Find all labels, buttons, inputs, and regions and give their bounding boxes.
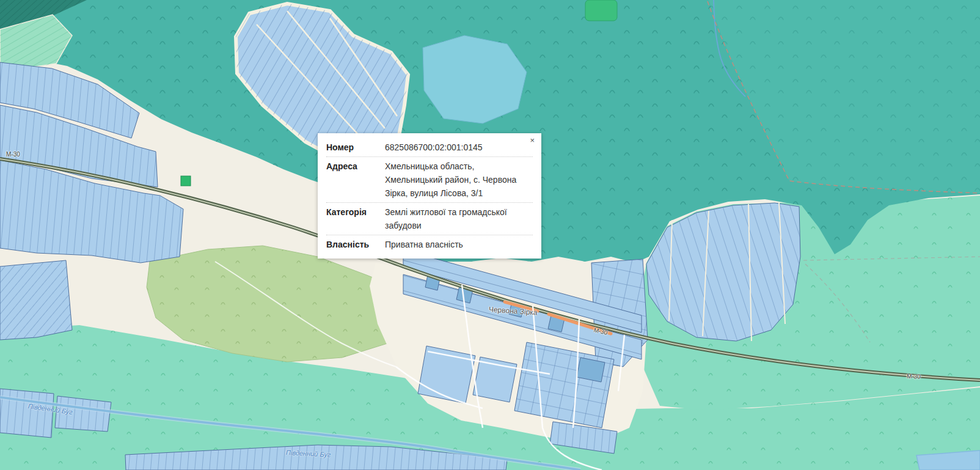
green-clearing: [585, 0, 617, 21]
map-canvas[interactable]: М-30 М-30 М-30 Південний Буг Південний Б…: [0, 0, 980, 470]
field-label-ownership: Власність: [326, 238, 385, 251]
parcel-info-popup: × Номер 6825086700:02:001:0145 Адреса Хм…: [318, 133, 541, 259]
road-label-m30-left: М-30: [6, 151, 20, 158]
popup-row-number: Номер 6825086700:02:001:0145: [318, 138, 541, 156]
popup-row-category: Категорія Землі житлової та громадської …: [318, 203, 541, 235]
close-icon[interactable]: ×: [528, 134, 536, 147]
field-value-category: Землі житлової та громадської забудови: [385, 205, 528, 232]
popup-row-address: Адреса Хмельницька область, Хмельницький…: [318, 157, 541, 202]
field-value-number: 6825086700:02:001:0145: [385, 141, 528, 154]
field-value-ownership: Приватна власність: [385, 238, 528, 251]
popup-row-ownership: Власність Приватна власність: [318, 235, 541, 254]
field-label-category: Категорія: [326, 205, 385, 232]
small-green-plot: [181, 176, 191, 186]
field-value-address: Хмельницька область, Хмельницький район,…: [385, 160, 528, 200]
road-label-m30-right: М-30: [907, 373, 921, 380]
field-label-number: Номер: [326, 141, 385, 154]
field-label-address: Адреса: [326, 160, 385, 200]
